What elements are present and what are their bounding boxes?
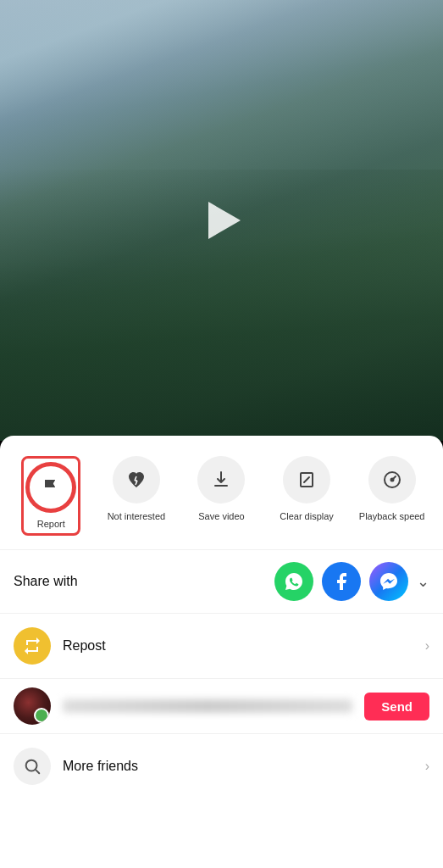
action-playback-speed[interactable]: Playback speed [351,456,433,522]
playback-speed-label: Playback speed [359,510,425,522]
save-video-label: Save video [198,510,244,522]
messenger-button[interactable] [369,562,408,601]
flag-icon [41,477,61,498]
bottom-sheet: Report Not interested Save vid [0,436,443,868]
edit-slash-icon [296,470,317,490]
friend-avatar [14,687,51,725]
report-label: Report [37,518,65,530]
more-friends-label: More friends [63,759,413,774]
repost-icon [14,627,51,665]
more-friends-row[interactable]: More friends › [0,734,443,798]
action-not-interested[interactable]: Not interested [96,456,178,522]
play-button[interactable] [197,195,247,246]
save-video-icon-circle [197,456,245,504]
messenger-icon [379,571,399,592]
send-button[interactable]: Send [364,693,429,721]
whatsapp-icon [284,571,304,592]
search-icon [23,757,42,776]
play-triangle-icon [208,202,241,239]
heart-broken-icon [126,470,147,490]
action-save-video[interactable]: Save video [180,456,263,522]
clear-display-icon-circle [283,456,330,504]
repost-row[interactable]: Repost › [0,614,443,679]
report-icon-circle [27,464,75,511]
clear-display-label: Clear display [280,510,334,522]
not-interested-label: Not interested [108,510,165,522]
share-with-label: Share with [14,574,263,589]
search-icon-circle [14,748,51,785]
svg-point-7 [390,479,393,481]
repost-chevron-icon: › [425,638,429,654]
report-highlight: Report [21,456,80,536]
video-player[interactable] [0,0,443,441]
svg-line-9 [36,770,39,773]
svg-marker-0 [45,480,55,487]
actions-row: Report Not interested Save vid [0,449,443,550]
whatsapp-button[interactable] [274,562,313,601]
action-report[interactable]: Report [10,456,92,536]
speed-icon [382,470,402,490]
share-row: Share with ⌄ [0,550,443,614]
facebook-button[interactable] [322,562,361,601]
svg-line-5 [304,477,309,482]
download-icon [211,470,231,490]
share-more-chevron[interactable]: ⌄ [417,572,429,591]
more-friends-chevron-icon: › [425,759,429,774]
action-clear-display[interactable]: Clear display [266,456,348,522]
not-interested-icon-circle [113,456,160,504]
friend-send-row: Send [0,679,443,734]
repost-arrows-icon [22,636,42,656]
friend-name [63,699,352,713]
repost-label: Repost [63,638,413,654]
facebook-icon [331,571,352,592]
playback-speed-icon-circle [368,456,416,504]
share-icons: ⌄ [274,562,429,601]
